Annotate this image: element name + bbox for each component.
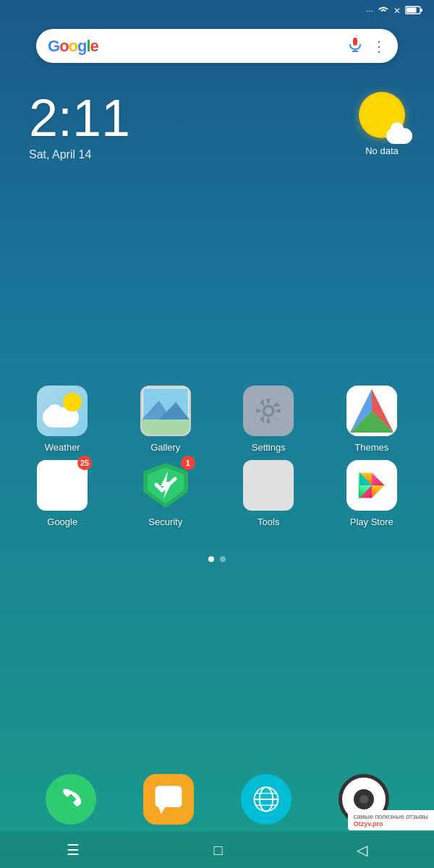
svg-rect-2	[407, 7, 417, 12]
page-dot-1[interactable]	[208, 556, 214, 562]
sim-icon: ✕	[393, 6, 401, 16]
app-item-settings[interactable]: Settings	[221, 386, 317, 453]
app-item-weather[interactable]: Weather	[14, 386, 111, 453]
settings-app-icon	[243, 386, 294, 436]
dock-messages[interactable]	[143, 774, 194, 825]
weather-widget[interactable]: No data	[359, 92, 405, 156]
tools-app-icon	[243, 460, 294, 511]
dock-browser[interactable]	[241, 774, 292, 825]
svg-rect-1	[420, 9, 422, 12]
page-dots	[0, 556, 434, 562]
more-options-icon[interactable]: ⋮	[372, 38, 386, 55]
themes-app-icon	[346, 386, 397, 436]
clock-weather-area: 2:11 Sat, April 14 No data	[0, 77, 434, 161]
svg-point-13	[265, 407, 272, 414]
weather-status: No data	[365, 145, 399, 156]
status-bar: ··· ✕	[0, 0, 434, 22]
page-dot-2[interactable]	[220, 556, 226, 562]
playstore-app-icon	[346, 460, 397, 511]
themes-app-label: Themes	[354, 442, 388, 453]
security-app-label: Security	[148, 516, 182, 527]
nav-menu-icon[interactable]: ☰	[67, 841, 80, 859]
clock-widget: 2:11 Sat, April 14	[29, 92, 130, 161]
security-icon-wrapper: 1	[140, 460, 191, 511]
google-badge: 25	[77, 456, 92, 470]
navigation-bar: ☰ □ ◁	[0, 832, 434, 868]
weather-app-icon	[37, 386, 88, 436]
clock-time: 2:11	[29, 92, 130, 144]
app-item-themes[interactable]: Themes	[324, 386, 420, 453]
google-app-label: Google	[47, 516, 77, 527]
weather-app-label: Weather	[45, 442, 80, 453]
battery-icon	[405, 6, 422, 17]
tools-icon-wrapper	[243, 460, 294, 511]
svg-rect-22	[155, 786, 182, 807]
app-item-gallery[interactable]: Gallery	[118, 386, 214, 453]
gallery-app-label: Gallery	[150, 442, 180, 453]
svg-rect-11	[142, 420, 190, 435]
google-icon-wrapper: 25	[37, 460, 88, 511]
search-bar[interactable]: Google ⋮	[36, 29, 398, 63]
weather-sun-icon	[359, 92, 405, 138]
weather-cloud-icon	[386, 128, 412, 144]
microphone-icon[interactable]	[347, 36, 363, 56]
signal-icon: ···	[366, 6, 373, 16]
google-logo: Google	[48, 37, 98, 56]
gallery-app-icon	[140, 386, 191, 436]
nav-back-icon[interactable]: ◁	[357, 841, 367, 859]
playstore-icon-wrapper	[346, 460, 397, 511]
browser-icon	[241, 774, 292, 825]
tools-app-label: Tools	[258, 516, 279, 527]
gallery-icon-wrapper	[140, 386, 191, 436]
watermark-site: Otzyv.pro	[354, 820, 428, 827]
app-item-playstore[interactable]: Play Store	[324, 460, 420, 527]
watermark: самые полезные отзывы Otzyv.pro	[348, 810, 434, 830]
security-badge: 1	[181, 456, 195, 470]
phone-icon	[46, 774, 96, 825]
clock-date: Sat, April 14	[29, 148, 130, 161]
nav-home-icon[interactable]: □	[213, 842, 222, 859]
watermark-text: самые полезные отзывы	[354, 813, 428, 820]
app-item-tools[interactable]: Tools	[221, 460, 317, 527]
playstore-app-label: Play Store	[350, 516, 393, 527]
svg-marker-23	[158, 807, 165, 814]
app-item-security[interactable]: 1 Security	[118, 460, 214, 527]
themes-icon-wrapper	[346, 386, 397, 436]
wifi-icon	[378, 6, 389, 17]
dock-phone[interactable]	[46, 774, 96, 825]
weather-icon-wrapper	[37, 386, 88, 436]
app-item-google[interactable]: 25 Google	[14, 460, 111, 527]
settings-app-label: Settings	[252, 442, 286, 453]
settings-icon-wrapper	[243, 386, 294, 436]
messages-icon	[143, 774, 194, 825]
app-grid: Weather Gallery	[0, 371, 434, 542]
svg-rect-3	[353, 38, 357, 46]
